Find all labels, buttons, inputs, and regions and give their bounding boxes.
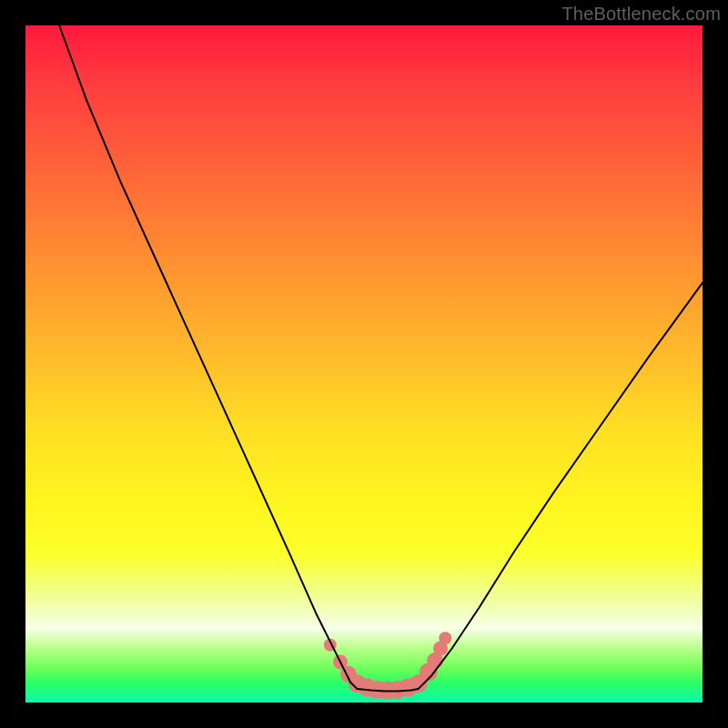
- chart-frame: TheBottleneck.com: [0, 0, 728, 728]
- curve-right-branch: [419, 283, 703, 689]
- attribution-text: TheBottleneck.com: [561, 4, 721, 25]
- plot-area: [25, 25, 703, 703]
- chart-svg: [25, 25, 703, 703]
- curve-left-branch: [59, 25, 357, 689]
- data-marker: [439, 632, 451, 644]
